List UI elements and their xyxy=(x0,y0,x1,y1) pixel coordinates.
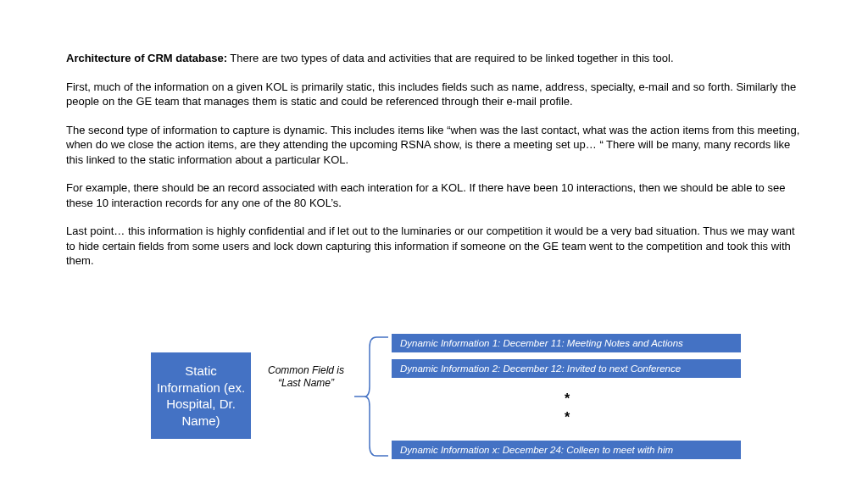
dynamic-info-bar-2: Dynamic Information 2: December 12: Invi… xyxy=(392,359,741,378)
dynamic-info-bar-1: Dynamic Information 1: December 11: Meet… xyxy=(392,334,741,352)
intro-paragraph: Architecture of CRM database: There are … xyxy=(66,51,802,66)
paragraph-1: First, much of the information on a give… xyxy=(66,80,802,109)
ellipsis-star: * xyxy=(565,391,570,407)
common-field-label: Common Field is “Last Name” xyxy=(264,364,348,390)
paragraph-4: Last point… this information is highly c… xyxy=(66,224,802,269)
static-info-box: Static Information (ex. Hospital, Dr. Na… xyxy=(151,352,251,439)
diagram: Static Information (ex. Hospital, Dr. Na… xyxy=(0,330,868,483)
heading: Architecture of CRM database: xyxy=(66,52,227,64)
dynamic-info-bar-x: Dynamic Information x: December 24: Coll… xyxy=(392,441,741,459)
heading-rest: There are two types of data and activiti… xyxy=(227,52,674,64)
document-body: Architecture of CRM database: There are … xyxy=(0,0,868,269)
bracket-icon xyxy=(351,332,388,461)
ellipsis-star: * xyxy=(565,410,570,425)
paragraph-3: For example, there should be an record a… xyxy=(66,180,802,210)
paragraph-2: The second type of information to captur… xyxy=(66,123,802,168)
